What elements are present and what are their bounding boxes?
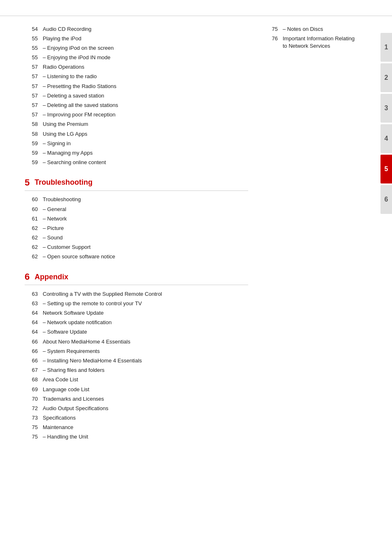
section-heading-6: 6Appendix	[25, 272, 248, 285]
toc-item: 62– Sound	[25, 233, 248, 243]
toc-item: 62– Picture	[25, 223, 248, 233]
toc-text: – Signing in	[43, 140, 71, 147]
toc-item: 66About Nero MediaHome 4 Essentials	[25, 337, 248, 346]
page-header	[0, 12, 392, 16]
toc-item: 54Audio CD Recording	[25, 24, 248, 34]
toc-page: 69	[25, 386, 38, 393]
toc-item: 75– Notes on Discs	[265, 24, 355, 34]
toc-item: 58Using the LG Apps	[25, 129, 248, 139]
toc-item: 67– Sharing files and folders	[25, 366, 248, 375]
toc-item: 76Important Information Relating to Netw…	[265, 34, 355, 51]
toc-text: – Sharing files and folders	[43, 367, 104, 374]
toc-page: 60	[25, 206, 38, 213]
toc-item: 64– Network update notification	[25, 318, 248, 327]
toc-item: 66– Installing Nero MediaHome 4 Essentia…	[25, 356, 248, 365]
toc-text: Network Software Update	[43, 309, 104, 317]
side-tabs: 123456	[380, 33, 392, 216]
toc-text: – Picture	[43, 225, 64, 232]
toc-page: 73	[25, 414, 38, 422]
side-tab-1: 1	[380, 33, 392, 62]
toc-page: 58	[25, 130, 38, 138]
toc-text: – Deleting all the saved stations	[43, 102, 118, 109]
toc-text: Important Information Relating to Networ…	[283, 35, 355, 50]
toc-item: 75– Handling the Unit	[25, 432, 248, 442]
toc-item: 68Area Code List	[25, 375, 248, 385]
toc-page: 62	[25, 244, 38, 251]
toc-page: 59	[25, 159, 38, 166]
toc-item: 64Network Software Update	[25, 309, 248, 318]
toc-page: 57	[25, 102, 38, 109]
right-column: 75– Notes on Discs76Important Informatio…	[265, 24, 355, 446]
section-number: 5	[25, 177, 30, 188]
toc-page: 64	[25, 309, 38, 317]
toc-page: 57	[25, 63, 38, 71]
toc-page: 75	[25, 433, 38, 441]
toc-item: 62– Customer Support	[25, 243, 248, 252]
toc-item: 57– Deleting all the saved stations	[25, 101, 248, 110]
toc-item: 57Radio Operations	[25, 63, 248, 72]
toc-page: 59	[25, 149, 38, 157]
side-tab-2: 2	[380, 63, 392, 92]
toc-item: 64– Software Update	[25, 327, 248, 337]
toc-page: 58	[25, 121, 38, 128]
toc-text: – Installing Nero MediaHome 4 Essentials	[43, 357, 142, 364]
toc-text: – Presetting the Radio Stations	[43, 83, 116, 90]
toc-text: Playing the iPod	[43, 35, 81, 42]
toc-page: 66	[25, 338, 38, 346]
toc-item: 75Maintenance	[25, 423, 248, 432]
toc-page: 75	[265, 26, 278, 33]
toc-page: 55	[25, 35, 38, 42]
toc-item: 63Controlling a TV with the Supplied Rem…	[25, 289, 248, 299]
toc-item: 62– Open source software notice	[25, 252, 248, 262]
section-heading-5: 5Troubleshooting	[25, 177, 248, 191]
toc-page: 57	[25, 73, 38, 80]
side-tab-6: 6	[380, 185, 392, 214]
toc-page: 70	[25, 395, 38, 403]
toc-text: – Network update notification	[43, 319, 112, 326]
toc-page: 60	[25, 196, 38, 203]
toc-text: – Deleting a saved station	[43, 92, 104, 100]
toc-text: Audio Output Specifications	[43, 405, 108, 412]
toc-page: 64	[25, 319, 38, 326]
toc-page: 57	[25, 92, 38, 100]
section-title: Appendix	[35, 273, 68, 281]
toc-page: 68	[25, 376, 38, 383]
toc-text: – Network	[43, 215, 67, 223]
toc-text: – Setting up the remote to control your …	[43, 300, 142, 307]
toc-item: 66– System Requirements	[25, 346, 248, 356]
toc-item: 57– Listening to the radio	[25, 72, 248, 81]
toc-page: 64	[25, 328, 38, 336]
side-tab-3: 3	[380, 94, 392, 123]
toc-text: Audio CD Recording	[43, 26, 92, 33]
toc-text: – Listening to the radio	[43, 73, 97, 80]
toc-text: – Enjoying the iPod IN mode	[43, 54, 111, 61]
section-title: Troubleshooting	[35, 178, 92, 187]
toc-text: About Nero MediaHome 4 Essentials	[43, 338, 130, 346]
toc-item: 60– General	[25, 204, 248, 214]
toc-item: 57– Deleting a saved station	[25, 91, 248, 100]
toc-page: 63	[25, 300, 38, 307]
toc-item: 57– Improving poor FM reception	[25, 110, 248, 120]
toc-text: – Handling the Unit	[43, 433, 88, 441]
toc-page: 57	[25, 83, 38, 90]
toc-text: Radio Operations	[43, 63, 84, 71]
toc-page: 61	[25, 215, 38, 223]
toc-text: Specifications	[43, 414, 76, 422]
toc-text: Trademarks and Licenses	[43, 395, 104, 403]
toc-page: 62	[25, 234, 38, 241]
sections-container: 5Troubleshooting60Troubleshooting60– Gen…	[25, 177, 248, 442]
intro-toc-list: 54Audio CD Recording55Playing the iPod55…	[25, 24, 248, 167]
toc-item: 69Language code List	[25, 385, 248, 394]
toc-text: Area Code List	[43, 376, 78, 383]
toc-text: Controlling a TV with the Supplied Remot…	[43, 290, 162, 298]
toc-item: 59– Managing my Apps	[25, 148, 248, 158]
toc-page: 72	[25, 405, 38, 412]
toc-text: – Customer Support	[43, 244, 90, 251]
toc-page: 55	[25, 54, 38, 61]
side-tab-5: 5	[380, 155, 392, 183]
toc-text: – Sound	[43, 234, 62, 241]
page-container: 123456 54Audio CD Recording55Playing the…	[0, 0, 392, 557]
main-content: 54Audio CD Recording55Playing the iPod55…	[0, 24, 392, 446]
toc-item: 59– Signing in	[25, 139, 248, 148]
right-toc-list: 75– Notes on Discs76Important Informatio…	[265, 24, 355, 51]
